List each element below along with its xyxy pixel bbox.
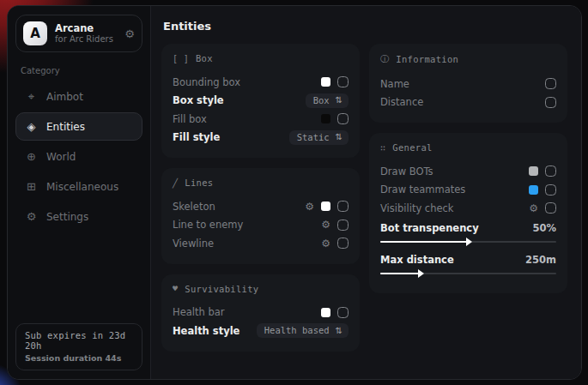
- slider-thumb[interactable]: [466, 238, 472, 246]
- setting-row-visibility-check: Visibility check ⚙: [380, 199, 556, 218]
- brand-subtitle: for Arc Riders: [55, 34, 117, 45]
- grid-icon: ⊞: [25, 180, 38, 193]
- chevron-updown-icon: ⇅: [336, 132, 342, 141]
- line-icon: ╱: [173, 178, 178, 188]
- fill-style-dropdown[interactable]: Static ⇅: [289, 130, 349, 145]
- panel-title: Information: [396, 54, 458, 64]
- slider-thumb[interactable]: [418, 269, 424, 278]
- crosshair-icon: ⌖: [25, 90, 38, 104]
- chevron-updown-icon: ⇅: [336, 95, 342, 105]
- chevron-updown-icon: ⇅: [336, 326, 342, 335]
- brand-logo: A: [23, 21, 47, 45]
- gear-icon[interactable]: ⚙: [529, 203, 538, 214]
- panel-information: ⓘ Information Name Distance: [369, 44, 567, 123]
- setting-row-fill-style: Fill style Static ⇅: [173, 129, 349, 147]
- bounding-box-checkbox[interactable]: [337, 76, 349, 87]
- setting-row-bot-transparency: Bot transpenency 50%: [380, 220, 556, 238]
- skeleton-checkbox[interactable]: [337, 201, 349, 212]
- gear-icon[interactable]: ⚙: [305, 202, 314, 212]
- slider-value: 250m: [525, 254, 556, 266]
- sub-expiry-text: Sub expires in 23d 20h: [25, 330, 133, 351]
- line-to-enemy-checkbox[interactable]: [337, 220, 349, 231]
- grid-dots-icon: ∷: [380, 143, 385, 153]
- sidebar-item-world[interactable]: ⊕ World: [15, 142, 142, 171]
- panel-general: ∷ General Draw BOTs Draw teammates: [369, 133, 567, 293]
- health-bar-checkbox[interactable]: [337, 307, 349, 318]
- setting-row-viewline: Viewline ⚙: [173, 234, 349, 253]
- panel-title: General: [392, 142, 432, 153]
- slider-value: 50%: [532, 222, 556, 234]
- brand-title: Arcane: [55, 22, 117, 34]
- viewline-checkbox[interactable]: [337, 238, 349, 249]
- setting-row-draw-bots: Draw BOTs: [380, 162, 556, 181]
- sidebar-item-entities[interactable]: ◈ Entities: [15, 112, 142, 141]
- color-swatch[interactable]: [529, 185, 538, 195]
- sidebar-item-label: World: [46, 151, 76, 163]
- sidebar-item-miscellaneous[interactable]: ⊞ Miscellaneous: [15, 172, 142, 201]
- info-icon: ⓘ: [380, 53, 389, 65]
- app-window: A Arcane for Arc Riders ⚙ Category ⌖ Aim…: [7, 5, 582, 380]
- color-swatch[interactable]: [529, 166, 538, 176]
- panel-title: Lines: [185, 177, 213, 188]
- world-icon: ⊕: [25, 150, 38, 163]
- health-style-dropdown[interactable]: Health based ⇅: [257, 323, 349, 338]
- setting-row-bounding-box: Bounding box: [173, 73, 349, 92]
- gear-icon[interactable]: ⚙: [124, 27, 135, 40]
- sidebar: A Arcane for Arc Riders ⚙ Category ⌖ Aim…: [8, 6, 151, 379]
- panel-title: Box: [196, 53, 213, 63]
- color-swatch[interactable]: [321, 308, 330, 317]
- color-swatch[interactable]: [321, 202, 330, 211]
- setting-row-line-to-enemy: Line to enemy ⚙: [173, 216, 349, 235]
- health-icon: ♥: [173, 284, 178, 293]
- sidebar-item-label: Aimbot: [46, 91, 83, 103]
- brand-card: A Arcane for Arc Riders ⚙: [15, 15, 142, 52]
- visibility-check-checkbox[interactable]: [545, 202, 556, 214]
- entities-icon: ◈: [25, 120, 38, 133]
- gear-icon[interactable]: ⚙: [321, 220, 330, 230]
- box-corners-icon: [ ]: [173, 54, 189, 63]
- name-checkbox[interactable]: [545, 78, 556, 89]
- subscription-info-card: Sub expires in 23d 20h Session duration …: [15, 323, 142, 370]
- setting-row-max-distance: Max distance 250m: [380, 250, 556, 269]
- session-duration-text: Session duration 44s: [25, 353, 133, 363]
- sidebar-item-label: Settings: [46, 211, 88, 223]
- color-swatch[interactable]: [321, 114, 330, 123]
- setting-row-distance: Distance: [380, 93, 556, 112]
- setting-row-health-style: Health style Health based ⇅: [173, 322, 349, 340]
- sidebar-item-aimbot[interactable]: ⌖ Aimbot: [15, 82, 142, 111]
- page-title: Entities: [163, 20, 567, 33]
- draw-bots-checkbox[interactable]: [545, 165, 556, 177]
- sidebar-item-label: Miscellaneous: [46, 181, 118, 193]
- setting-row-skeleton: Skeleton ⚙: [173, 197, 349, 216]
- color-swatch[interactable]: [321, 77, 330, 87]
- main-content: Entities [ ] Box Bounding box: [151, 6, 581, 379]
- fill-box-checkbox[interactable]: [337, 113, 349, 124]
- gear-icon: ⚙: [25, 210, 38, 223]
- panel-title: Survivability: [185, 284, 258, 294]
- sidebar-item-settings[interactable]: ⚙ Settings: [15, 202, 142, 231]
- draw-teammates-checkbox[interactable]: [545, 184, 556, 196]
- setting-row-health-bar: Health bar: [173, 304, 349, 322]
- max-distance-slider[interactable]: [380, 270, 556, 277]
- sidebar-item-label: Entities: [46, 121, 85, 133]
- setting-row-draw-teammates: Draw teammates: [380, 181, 556, 200]
- setting-row-fill-box: Fill box: [173, 110, 349, 129]
- setting-row-name: Name: [380, 75, 556, 93]
- box-style-dropdown[interactable]: Box ⇅: [306, 93, 349, 108]
- panel-lines: ╱ Lines Skeleton ⚙ Line to enemy: [161, 168, 360, 264]
- distance-checkbox[interactable]: [545, 97, 556, 108]
- gear-icon[interactable]: ⚙: [321, 238, 330, 249]
- panel-survivability: ♥ Survivability Health bar Health style: [161, 274, 360, 352]
- setting-row-box-style: Box style Box ⇅: [173, 92, 349, 111]
- panel-box: [ ] Box Bounding box Box style Box: [161, 44, 360, 158]
- category-label: Category: [21, 66, 137, 75]
- bot-transparency-slider[interactable]: [380, 238, 556, 245]
